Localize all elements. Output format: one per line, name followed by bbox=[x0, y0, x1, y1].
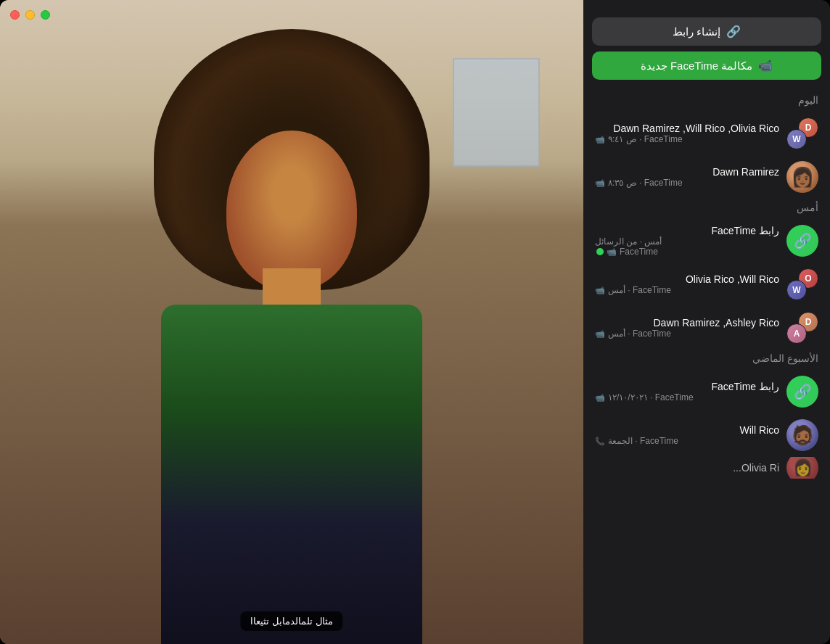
section-today: اليوم bbox=[592, 91, 821, 112]
call-info-3: رابط FaceTime أمس · من الرسائل FaceTime … bbox=[595, 225, 779, 257]
avatar-dawn-face: 👩🏾 bbox=[791, 166, 814, 189]
call-info-8: Olivia Ri... bbox=[595, 462, 779, 474]
link-icon: 🔗 bbox=[726, 25, 741, 38]
call-detail-6: FaceTime · ١٢/١٠/٢٠٢١ 📹 bbox=[595, 392, 779, 402]
call-info-4: Olivia Rico ,Will Rico FaceTime · أمس 📹 bbox=[595, 273, 779, 295]
person-video bbox=[45, 0, 538, 644]
avatar-olivia-8: 👩 bbox=[786, 457, 818, 479]
call-info-5: Dawn Ramirez ,Ashley Rico FaceTime · أمس… bbox=[595, 317, 779, 339]
avatar-link-6: 🔗 bbox=[786, 376, 818, 408]
call-item-8-partial[interactable]: 👩 Olivia Ri... bbox=[592, 457, 821, 479]
traffic-lights bbox=[10, 10, 50, 20]
call-detail-5: FaceTime · أمس 📹 bbox=[595, 329, 779, 339]
new-facetime-label: مكالمة FaceTime جديدة bbox=[641, 59, 752, 73]
call-item-3[interactable]: 🔗 رابط FaceTime أمس · من الرسائل FaceTim… bbox=[592, 219, 821, 263]
call-name-1: Dawn Ramirez ,Will Rico ,Olivia Rico bbox=[595, 123, 779, 134]
call-name-6: رابط FaceTime bbox=[595, 381, 779, 392]
call-item-4[interactable]: O W Olivia Rico ,Will Rico FaceTime · أم… bbox=[592, 263, 821, 306]
call-source-3: أمس · من الرسائل bbox=[595, 236, 662, 247]
avatar-will-small: W bbox=[786, 129, 807, 149]
recents-list: اليوم D W Dawn Ramirez ,Will Rico ,Olivi… bbox=[592, 91, 821, 644]
call-name-4: Olivia Rico ,Will Rico bbox=[595, 273, 779, 285]
avatar-will-face: 🧔🏾 bbox=[791, 424, 814, 447]
minimize-button[interactable] bbox=[25, 10, 35, 20]
call-info-2: Dawn Ramirez FaceTime · ص ٨:٣٥ 📹 bbox=[595, 166, 779, 188]
call-detail-2: FaceTime · ص ٨:٣٥ 📹 bbox=[595, 178, 779, 188]
video-camera-icon: 📹 bbox=[758, 59, 773, 73]
video-icon-3: 📹 bbox=[607, 247, 617, 257]
avatar-will-small-4: W bbox=[786, 280, 807, 300]
avatar-link-3: 🔗 bbox=[786, 225, 818, 257]
call-name-7: Will Rico bbox=[595, 424, 779, 436]
link-icon-6: 🔗 bbox=[794, 383, 812, 400]
section-last-week: الأسبوع الماضي bbox=[592, 350, 821, 370]
video-tooltip: مثال تلمالدمابل تثيعاا bbox=[240, 611, 342, 631]
call-time-7: FaceTime · الجمعة bbox=[608, 436, 678, 446]
avatar-dawn-2: 👩🏾 bbox=[786, 161, 818, 193]
call-item-5[interactable]: D A Dawn Ramirez ,Ashley Rico FaceTime ·… bbox=[592, 306, 821, 350]
video-icon-4: 📹 bbox=[595, 286, 605, 295]
call-time-5: FaceTime · أمس bbox=[608, 329, 671, 339]
create-link-button[interactable]: 🔗 إنشاء رابط bbox=[592, 17, 821, 46]
create-link-label: إنشاء رابط bbox=[673, 25, 720, 38]
call-info-7: Will Rico FaceTime · الجمعة 📞 bbox=[595, 424, 779, 446]
video-area: مثال تلمالدمابل تثيعاا bbox=[0, 0, 583, 644]
avatar-group-5: D A bbox=[786, 312, 818, 344]
avatar-group-4: O W bbox=[786, 268, 818, 300]
close-button[interactable] bbox=[10, 10, 20, 20]
avatar-will-7: 🧔🏾 bbox=[786, 419, 818, 451]
call-time-2: FaceTime · ص ٨:٣٥ bbox=[608, 178, 683, 188]
sidebar: 🔗 إنشاء رابط 📹 مكالمة FaceTime جديدة الي… bbox=[583, 0, 830, 644]
call-item-2[interactable]: 👩🏾 Dawn Ramirez FaceTime · ص ٨:٣٥ 📹 bbox=[592, 155, 821, 199]
call-detail-7: FaceTime · الجمعة 📞 bbox=[595, 436, 779, 446]
facetime-window: مثال تلمالدمابل تثيعاا 🔗 إنشاء رابط 📹 مك… bbox=[0, 0, 830, 644]
call-info-1: Dawn Ramirez ,Will Rico ,Olivia Rico Fac… bbox=[595, 123, 779, 144]
link-icon-3: 🔗 bbox=[794, 232, 812, 249]
call-time-6: FaceTime · ١٢/١٠/٢٠٢١ bbox=[608, 392, 694, 402]
call-detail-3a: أمس · من الرسائل bbox=[595, 236, 779, 247]
video-icon-2: 📹 bbox=[595, 178, 605, 188]
call-detail-1: FaceTime · ص ٩:٤١ 📹 bbox=[595, 134, 779, 144]
avatar-olivia-face: 👩 bbox=[793, 458, 813, 477]
section-yesterday: أمس bbox=[592, 199, 821, 219]
maximize-button[interactable] bbox=[41, 10, 50, 20]
call-type-3: FaceTime bbox=[620, 247, 658, 257]
call-name-8: Olivia Ri... bbox=[595, 462, 779, 474]
video-background bbox=[0, 0, 583, 644]
phone-icon-7: 📞 bbox=[595, 437, 605, 446]
person-face bbox=[226, 131, 357, 290]
green-indicator-3 bbox=[596, 248, 604, 255]
call-name-3: رابط FaceTime bbox=[595, 225, 779, 236]
call-detail-3b: FaceTime 📹 bbox=[595, 247, 779, 257]
call-time-1: FaceTime · ص ٩:٤١ bbox=[608, 134, 683, 144]
call-name-5: Dawn Ramirez ,Ashley Rico bbox=[595, 317, 779, 329]
video-icon-5: 📹 bbox=[595, 329, 605, 339]
call-detail-4: FaceTime · أمس 📹 bbox=[595, 285, 779, 295]
call-item-1[interactable]: D W Dawn Ramirez ,Will Rico ,Olivia Rico… bbox=[592, 112, 821, 155]
video-icon-6: 📹 bbox=[595, 393, 605, 402]
call-name-2: Dawn Ramirez bbox=[595, 166, 779, 178]
call-time-4: FaceTime · أمس bbox=[608, 285, 671, 295]
video-icon-1: 📹 bbox=[595, 135, 605, 144]
call-item-6[interactable]: 🔗 رابط FaceTime FaceTime · ١٢/١٠/٢٠٢١ 📹 bbox=[592, 370, 821, 413]
avatar-ashley-small: A bbox=[786, 323, 807, 344]
call-info-6: رابط FaceTime FaceTime · ١٢/١٠/٢٠٢١ 📹 bbox=[595, 381, 779, 402]
sidebar-buttons: 🔗 إنشاء رابط 📹 مكالمة FaceTime جديدة bbox=[592, 17, 821, 80]
avatar-group-1: D W bbox=[786, 117, 818, 149]
new-facetime-button[interactable]: 📹 مكالمة FaceTime جديدة bbox=[592, 51, 821, 80]
person-body bbox=[161, 305, 422, 644]
call-item-7[interactable]: 🧔🏾 Will Rico FaceTime · الجمعة 📞 bbox=[592, 413, 821, 457]
